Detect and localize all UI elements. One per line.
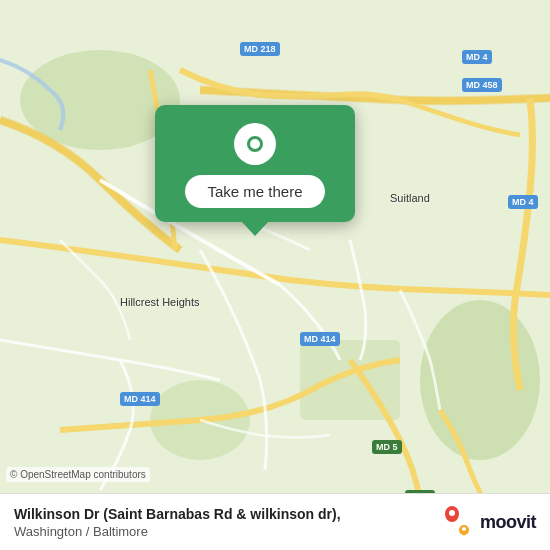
road-badge-md414-left: MD 414 <box>120 392 160 406</box>
info-bar: Wilkinson Dr (Saint Barnabas Rd & wilkin… <box>0 493 550 550</box>
place-label-hillcrest: Hillcrest Heights <box>120 295 199 309</box>
location-pin-icon <box>234 123 276 165</box>
svg-point-2 <box>420 300 540 460</box>
road-badge-md458: MD 458 <box>462 78 502 92</box>
svg-point-9 <box>462 527 466 531</box>
road-badge-md4-top: MD 4 <box>462 50 492 64</box>
place-label-suitland: Suitland <box>390 192 430 204</box>
road-badge-md218: MD 218 <box>240 42 280 56</box>
road-badge-md4-right: MD 4 <box>508 195 538 209</box>
location-name: Wilkinson Dr (Saint Barnabas Rd & wilkin… <box>14 505 430 523</box>
road-badge-md5: MD 5 <box>372 440 402 454</box>
moovit-text: moovit <box>480 512 536 533</box>
moovit-logo-icon <box>440 504 476 540</box>
road-badge-md414-mid: MD 414 <box>300 332 340 346</box>
svg-point-6 <box>449 510 455 516</box>
location-region: Washington / Baltimore <box>14 524 430 539</box>
location-text-block: Wilkinson Dr (Saint Barnabas Rd & wilkin… <box>14 505 430 538</box>
copyright-text: © OpenStreetMap contributors <box>6 467 150 482</box>
popup-card: Take me there <box>155 105 355 222</box>
map-container: MD 218 MD 4 MD 4 MD 458 MD 414 MD 414 MD… <box>0 0 550 550</box>
pin-inner-circle <box>247 136 263 152</box>
moovit-logo: moovit <box>440 504 536 540</box>
take-me-there-button[interactable]: Take me there <box>185 175 324 208</box>
